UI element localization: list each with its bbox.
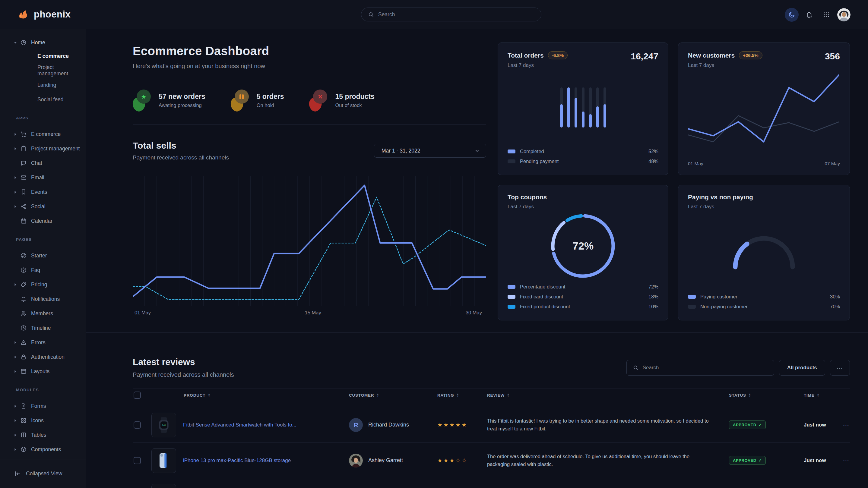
- cube-icon: [20, 446, 27, 453]
- bar: [575, 88, 577, 128]
- sidebar-item-project-management[interactable]: Project management: [0, 141, 86, 156]
- sidebar-item-calendar[interactable]: Calendar: [0, 214, 86, 228]
- row-actions-button[interactable]: ⋯: [843, 457, 849, 464]
- question-circle-icon: [20, 266, 27, 274]
- x-axis-tick: 01 May: [134, 310, 151, 316]
- sidebar-item-events[interactable]: Events: [0, 185, 86, 199]
- date-range-select[interactable]: Mar 1 - 31, 2022: [374, 144, 486, 158]
- column-header-product[interactable]: PRODUCT▲▼: [151, 393, 349, 398]
- page-subtitle: Here's what's going on at your business …: [133, 63, 486, 70]
- latest-reviews-section: Latest reviews Payment received across a…: [86, 357, 868, 488]
- review-table-row: [133, 478, 850, 488]
- sidebar-item-e-commerce[interactable]: E commerce: [0, 49, 86, 63]
- sidebar-item-layouts[interactable]: Layouts: [0, 364, 86, 379]
- sidebar-item-notifications[interactable]: Notifications: [0, 292, 86, 306]
- more-options-button[interactable]: ...: [830, 360, 850, 376]
- sort-icon: ▲▼: [817, 393, 819, 397]
- sidebar-item-label: Events: [31, 189, 48, 195]
- column-header-status[interactable]: STATUS▲▼: [729, 393, 804, 398]
- column-header-rating[interactable]: RATING▲▼: [437, 393, 487, 398]
- stat-caption: On hold: [257, 102, 284, 108]
- sidebar-item-tables[interactable]: Tables: [0, 428, 86, 442]
- chevron-down-icon: [474, 148, 480, 154]
- collapse-view-button[interactable]: Collapsed View: [0, 459, 86, 488]
- sidebar-item-project-management[interactable]: Project management: [0, 63, 86, 78]
- sidebar-item-timeline[interactable]: Timeline: [0, 321, 86, 335]
- product-link[interactable]: Fitbit Sense Advanced Smartwatch with To…: [183, 422, 297, 428]
- total-orders-badge: -6.8%: [548, 51, 568, 59]
- caret-right-icon: [14, 433, 17, 437]
- review-text: The order was delivered ahead of schedul…: [487, 453, 729, 468]
- star-icon: ★: [133, 90, 151, 111]
- rating-stars: ★★★☆☆: [437, 457, 467, 464]
- search-input[interactable]: [378, 11, 534, 18]
- sidebar-item-authentication[interactable]: Authentication: [0, 350, 86, 364]
- total-sells-subtitle: Payment received across all channels: [133, 154, 229, 161]
- search-icon: [368, 11, 374, 18]
- divider: [133, 125, 486, 125]
- sidebar-item-label: Components: [31, 446, 61, 453]
- column-header-time[interactable]: TIME▲▼: [804, 393, 843, 398]
- grid-icon: [20, 417, 27, 424]
- collapse-view-label: Collapsed View: [26, 470, 62, 477]
- row-checkbox[interactable]: [134, 457, 141, 464]
- sidebar-item-label: Layouts: [31, 368, 50, 375]
- select-all-checkbox[interactable]: [134, 392, 141, 399]
- reviews-search-input[interactable]: [643, 365, 768, 371]
- sidebar-item-label: Project management: [37, 64, 86, 77]
- legend-swatch: [507, 159, 516, 163]
- new-customers-badge: +26.5%: [739, 51, 762, 59]
- chat-icon: [20, 159, 27, 167]
- sidebar-item-landing[interactable]: Landing: [0, 78, 86, 92]
- column-header-customer[interactable]: CUSTOMER▲▼: [349, 393, 437, 398]
- column-header-review[interactable]: REVIEW▲▼: [487, 393, 729, 398]
- sidebar-item-forms[interactable]: Forms: [0, 399, 86, 413]
- row-actions-button[interactable]: ⋯: [843, 422, 849, 428]
- product-link[interactable]: iPhone 13 pro max-Pacific Blue-128GB sto…: [183, 458, 291, 464]
- stat-item: 5 ordersOn hold: [231, 90, 284, 111]
- sidebar-item-label: Authentication: [31, 354, 65, 360]
- section-divider: [86, 332, 868, 333]
- sidebar-item-starter[interactable]: Starter: [0, 248, 86, 263]
- sidebar-item-social-feed[interactable]: Social feed: [0, 92, 86, 107]
- sidebar-item-label: Faq: [31, 267, 40, 273]
- legend-label: Non-paying customer: [700, 304, 748, 310]
- sidebar-item-email[interactable]: Email: [0, 170, 86, 185]
- row-checkbox[interactable]: [134, 421, 141, 429]
- sidebar-item-members[interactable]: Members: [0, 306, 86, 321]
- apps-menu-button[interactable]: [820, 8, 834, 22]
- total-sells-title: Total sells: [133, 140, 229, 151]
- legend-value: 48%: [648, 159, 658, 164]
- sidebar-item-e-commerce[interactable]: E commerce: [0, 127, 86, 141]
- sidebar-item-chat[interactable]: Chat: [0, 156, 86, 170]
- product-thumbnail: [151, 484, 176, 488]
- sidebar-item-label: Chat: [31, 160, 42, 166]
- sidebar-item-social[interactable]: Social: [0, 199, 86, 214]
- brand-logo[interactable]: phoenix: [17, 8, 70, 21]
- compass-icon: [20, 252, 27, 259]
- latest-reviews-subtitle: Payment received across all channels: [133, 371, 234, 378]
- user-avatar[interactable]: [837, 8, 850, 22]
- pause-icon: [231, 90, 249, 111]
- column-header-label: CUSTOMER: [349, 393, 374, 398]
- sidebar-item-home[interactable]: Home: [0, 36, 86, 49]
- pie-chart-icon: [20, 39, 27, 46]
- sidebar-home-label: Home: [31, 39, 45, 46]
- sidebar-item-faq[interactable]: Faq: [0, 263, 86, 277]
- notifications-button[interactable]: [802, 8, 816, 22]
- all-products-button[interactable]: All products: [779, 360, 825, 376]
- sidebar-item-errors[interactable]: Errors: [0, 335, 86, 350]
- sidebar-section-label: PAGES: [16, 237, 86, 242]
- cart-icon: [20, 131, 27, 138]
- bar: [603, 88, 606, 128]
- moon-icon: [788, 11, 795, 19]
- sidebar-item-components[interactable]: Components: [0, 442, 86, 457]
- stat-value: 15 products: [335, 93, 374, 101]
- sidebar-item-icons[interactable]: Icons: [0, 413, 86, 428]
- stat-value: 5 orders: [257, 93, 284, 101]
- theme-toggle-button[interactable]: [785, 8, 799, 22]
- review-time: Just now: [804, 458, 843, 464]
- sort-icon: ▲▼: [749, 393, 751, 397]
- bar: [596, 88, 599, 128]
- sidebar-item-pricing[interactable]: Pricing: [0, 277, 86, 292]
